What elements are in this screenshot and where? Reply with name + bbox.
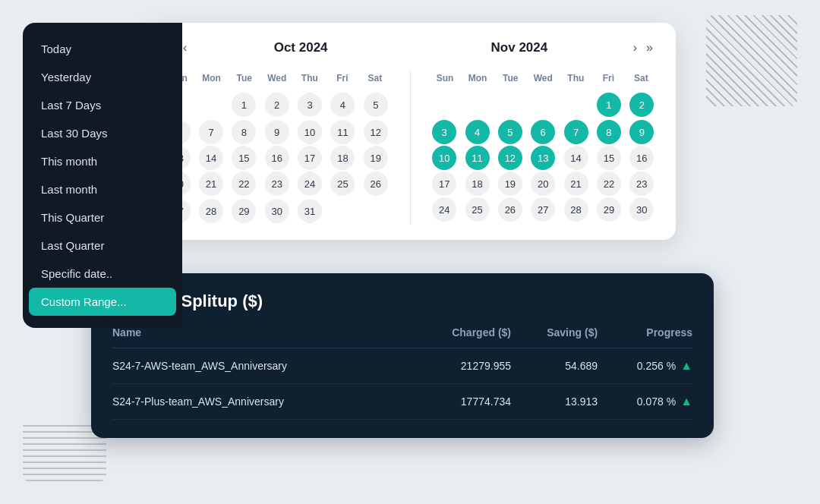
sidebar-item-thisquarter[interactable]: This Quarter [23,203,182,232]
day-cell[interactable]: 21 [564,172,588,196]
wed-hdr: Wed [260,70,293,87]
day-cell[interactable]: 2 [629,93,654,117]
day-cell[interactable]: 14 [199,146,223,170]
right-month-title: Nov 2024 [410,40,629,55]
right-calendar: Sun Mon Tue Wed Thu Fri Sat 1 2 [429,70,658,225]
day-cell[interactable]: 9 [265,120,289,144]
day-cell[interactable]: 5 [364,93,388,117]
day-cell[interactable]: 18 [330,146,355,170]
day-cell [429,91,460,118]
sun-hdr2: Sun [429,70,462,87]
day-cell[interactable]: 25 [465,197,490,222]
day-cell[interactable]: 16 [265,146,289,170]
day-cell[interactable]: 24 [298,172,322,196]
day-cell[interactable]: 29 [597,197,621,222]
right-days-grid: 1 2 3 4 5 6 7 8 9 10 11 12 13 14 15 [429,91,658,222]
day-cell[interactable]: 7 [199,120,223,144]
day-cell[interactable]: 6 [531,120,555,144]
col-progress-header: Progress [598,326,692,348]
mon-hdr2: Mon [462,70,494,87]
day-cell[interactable]: 24 [432,197,456,222]
day-cell[interactable]: 26 [364,172,388,196]
day-cell[interactable]: 15 [597,146,621,170]
day-cell[interactable]: 4 [330,93,355,117]
day-cell[interactable]: 8 [597,120,621,144]
thu-hdr: Thu [293,70,326,87]
calendar-divider [410,70,411,225]
day-cell[interactable]: 28 [199,199,223,223]
day-cell[interactable]: 22 [232,172,256,196]
day-cell[interactable]: 20 [531,172,555,196]
day-cell[interactable]: 3 [432,120,456,144]
day-cell[interactable]: 23 [265,172,289,196]
row1-progress-value: 0.256 % [637,360,676,372]
day-cell[interactable]: 21 [199,172,223,196]
day-cell[interactable]: 4 [465,120,490,144]
day-cell[interactable]: 7 [564,120,588,144]
day-cell[interactable]: 31 [298,199,322,223]
day-cell[interactable]: 11 [330,120,355,144]
day-cell[interactable]: 1 [232,93,256,117]
day-cell[interactable]: 15 [232,146,256,170]
next-next-button[interactable]: » [642,38,658,58]
day-cell[interactable]: 30 [265,199,289,223]
day-cell[interactable]: 9 [629,120,654,144]
calendar-nav: « ‹ Oct 2024 Nov 2024 › » [162,38,658,58]
day-cell[interactable]: 12 [364,120,388,144]
day-cell[interactable]: 1 [597,93,621,117]
day-cell[interactable]: 26 [498,197,522,222]
day-cell[interactable]: 5 [498,120,522,144]
left-days-grid: 1 2 3 4 5 6 7 8 9 10 11 12 13 14 15 [162,91,392,225]
day-cell[interactable]: 14 [564,146,588,170]
day-cell[interactable]: 8 [232,120,256,144]
day-cell[interactable]: 17 [432,172,456,196]
day-cell[interactable]: 12 [498,146,522,170]
day-cell[interactable]: 3 [298,93,322,117]
day-cell[interactable]: 19 [498,172,522,196]
row2-progress: 0.078 % ▲ [598,384,692,420]
sidebar-item-last7[interactable]: Last 7 Days [23,91,182,119]
day-cell [560,91,591,118]
fri-hdr2: Fri [592,70,625,87]
day-cell[interactable]: 23 [629,172,654,196]
sidebar: Today Yesterday Last 7 Days Last 30 Days… [23,23,182,328]
col-name-header: Name [112,326,410,348]
next-button[interactable]: › [629,38,642,58]
left-calendar: Sun Mon Tue Wed Thu Fri Sat 1 2 3 4 5 [162,70,392,225]
day-cell[interactable]: 13 [531,146,555,170]
day-cell[interactable]: 18 [465,172,490,196]
day-cell[interactable]: 2 [265,93,289,117]
day-cell[interactable]: 30 [629,197,654,222]
day-cell [327,197,358,225]
day-cell[interactable]: 27 [531,197,555,222]
day-cell[interactable]: 22 [597,172,621,196]
day-cell[interactable]: 10 [298,120,322,144]
tue-hdr: Tue [228,70,260,87]
mon-hdr: Mon [195,70,228,87]
day-cell[interactable]: 19 [364,146,388,170]
day-cell[interactable]: 11 [465,146,490,170]
sidebar-item-lastmonth[interactable]: Last month [23,175,182,203]
row2-name: S24-7-Plus-team_AWS_Anniversary [112,384,410,420]
day-cell [195,91,226,118]
row1-trend-up-icon: ▲ [680,359,692,373]
day-cell[interactable]: 25 [330,172,355,196]
sidebar-item-customrange[interactable]: Custom Range... [29,288,176,316]
day-cell[interactable]: 17 [298,146,322,170]
day-cell[interactable]: 16 [629,146,654,170]
sidebar-item-lastquarter[interactable]: Last Quarter [23,232,182,260]
sidebar-item-thismonth[interactable]: This month [23,147,182,175]
row1-progress: 0.256 % ▲ [598,348,692,384]
day-cell[interactable]: 10 [432,146,456,170]
day-cell[interactable]: 28 [564,197,588,222]
sat-hdr: Sat [358,70,391,87]
sidebar-item-today[interactable]: Today [23,35,182,63]
sidebar-item-yesterday[interactable]: Yesterday [23,63,182,91]
sidebar-item-specificdate[interactable]: Specific date.. [23,260,182,288]
table-row: S24-7-AWS-team_AWS_Anniversary 21279.955… [112,348,692,384]
sidebar-item-last30[interactable]: Last 30 Days [23,119,182,147]
sat-hdr2: Sat [625,70,658,87]
day-cell[interactable]: 29 [232,199,256,223]
right-day-headers: Sun Mon Tue Wed Thu Fri Sat [429,70,658,87]
thu-hdr2: Thu [560,70,592,87]
